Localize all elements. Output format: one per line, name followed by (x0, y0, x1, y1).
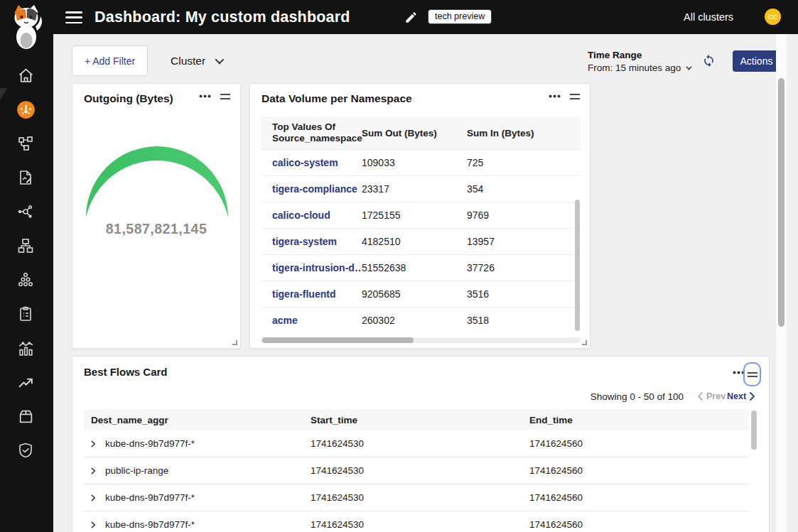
tech-preview-badge: tech preview (428, 9, 492, 24)
cluster-selector[interactable]: All clusters (684, 0, 733, 34)
card-drag-handle-icon[interactable] (570, 94, 580, 99)
gauge-arc (84, 144, 230, 219)
table-header-row: Top Values Of Source_namespace Sum Out (… (261, 116, 581, 149)
sidebar-item-package-box-icon[interactable] (14, 405, 37, 428)
page-scrollbar (776, 34, 787, 532)
actions-button[interactable]: Actions (733, 50, 780, 72)
table-row[interactable]: tigera-system 4182510 13957 (261, 228, 581, 254)
table-row[interactable]: tigera-compliance 23317 354 (261, 175, 581, 202)
table-row[interactable]: public-ip-range 1741624530 1741624560 (84, 457, 749, 484)
row-expand-chevron-icon[interactable] (88, 493, 98, 503)
sidebar-item-topology-icon[interactable] (14, 132, 37, 155)
namespace-link[interactable]: acme (261, 315, 362, 326)
card-menu-icon[interactable] (549, 94, 561, 98)
sum-out-value: 4182510 (362, 236, 467, 247)
table-row[interactable]: calico-system 109033 725 (261, 149, 581, 175)
vertical-scrollbar-thumb[interactable] (751, 411, 757, 450)
namespace-link[interactable]: tigera-system (261, 236, 362, 247)
start-time: 1741624530 (311, 519, 529, 530)
pagination-prev-button[interactable]: Prev (697, 391, 726, 401)
refresh-icon[interactable] (702, 54, 716, 70)
sum-in-value: 37726 (467, 262, 581, 273)
end-time: 1741624560 (529, 438, 749, 449)
time-range-label: Time Range (588, 50, 690, 60)
table-row[interactable]: calico-cloud 1725155 9769 (261, 202, 581, 228)
column-header: End_time (529, 415, 749, 425)
table-row[interactable]: tigera-fluentd 9205685 3516 (261, 281, 581, 307)
namespace-link[interactable]: tigera-fluentd (261, 288, 362, 300)
sidebar-item-cluster-nodes-icon[interactable] (14, 268, 37, 291)
card-drag-handle-icon[interactable] (743, 362, 761, 386)
pagination-next-button[interactable]: Next (727, 391, 755, 401)
sidebar-nav (0, 0, 53, 532)
table-row[interactable]: kube-dns-9b7d977f-* 1741624530 174162456… (84, 511, 749, 532)
chevron-down-icon (215, 55, 225, 65)
page-scrollbar-thumb[interactable] (778, 78, 784, 327)
time-range-value: From: 15 minutes ago (588, 63, 681, 73)
next-chevron-icon (750, 392, 755, 401)
time-range-value-dropdown[interactable]: From: 15 minutes ago (588, 63, 690, 73)
page-title: Dashboard: My custom dashboard (95, 0, 350, 34)
card-title: Best Flows Card (84, 366, 168, 378)
sum-out-value: 23317 (362, 183, 467, 195)
card-resize-handle[interactable] (232, 340, 237, 345)
sidebar-item-sitemap-icon[interactable] (14, 234, 37, 257)
sidebar-item-graph-nodes-icon[interactable] (14, 200, 37, 223)
dest-name: kube-dns-9b7d977f-* (105, 438, 195, 449)
sum-in-value: 3516 (467, 288, 581, 300)
card-resize-handle[interactable] (582, 340, 587, 345)
namespace-link[interactable]: tigera-intrusion-d… (261, 262, 362, 273)
namespace-link[interactable]: calico-system (261, 157, 362, 168)
next-label: Next (727, 391, 746, 401)
end-time: 1741624560 (529, 492, 749, 503)
row-expand-chevron-icon[interactable] (88, 520, 98, 530)
horizontal-scrollbar-thumb[interactable] (262, 337, 414, 343)
add-filter-button[interactable]: + Add Filter (72, 45, 148, 76)
prev-label: Prev (706, 391, 726, 401)
column-header: Top Values Of Source_namespace (261, 121, 362, 144)
namespace-link[interactable]: tigera-compliance (261, 183, 362, 195)
namespace-link[interactable]: calico-cloud (261, 210, 362, 221)
table-row[interactable]: kube-dns-9b7d977f-* 1741624530 174162456… (84, 430, 749, 457)
sidebar-item-report-edit-icon[interactable] (14, 166, 37, 189)
best-flows-table: Dest_name_aggr Start_time End_time kube-… (84, 409, 749, 532)
data-volume-card: Data Volume per Namespace Top Values Of … (249, 83, 591, 349)
sum-out-value: 109033 (362, 157, 467, 168)
row-expand-chevron-icon[interactable] (88, 466, 98, 476)
table-row[interactable]: acme 260302 3518 (261, 307, 581, 333)
sidebar-item-dashboard-gauge-icon[interactable] (14, 98, 37, 121)
edit-pencil-icon[interactable] (404, 11, 418, 27)
time-range: Time Range From: 15 minutes ago (588, 50, 690, 73)
outgoing-bytes-card: Outgoing (Bytes) 81,587,821,145 (72, 83, 241, 349)
hamburger-menu-icon[interactable] (65, 11, 82, 23)
dest-name: kube-dns-9b7d977f-* (105, 492, 195, 503)
column-header: Sum In (Bytes) (467, 128, 581, 139)
start-time: 1741624530 (311, 438, 529, 449)
sum-out-value: 9205685 (362, 288, 467, 300)
chevron-down-icon (686, 64, 691, 70)
card-menu-icon[interactable] (199, 94, 211, 98)
sidebar-item-clipboard-icon[interactable] (14, 303, 37, 325)
table-header-row: Dest_name_aggr Start_time End_time (84, 409, 749, 430)
card-drag-handle-icon[interactable] (220, 94, 230, 99)
sidebar-fold-decoration (0, 88, 7, 101)
sidebar-item-trend-arrow-icon[interactable] (14, 371, 37, 393)
sidebar-item-bar-chart-icon[interactable] (14, 337, 37, 359)
table-row[interactable]: tigera-intrusion-d… 51552638 37726 (261, 254, 581, 281)
cluster-filter-label: Cluster (171, 55, 205, 67)
table-row[interactable]: kube-dns-9b7d977f-* 1741624530 174162456… (84, 484, 749, 511)
card-title: Outgoing (Bytes) (84, 92, 173, 105)
sidebar-item-home-icon[interactable] (14, 64, 37, 87)
row-expand-chevron-icon[interactable] (88, 439, 98, 449)
calico-cat-logo (9, 4, 44, 53)
avatar[interactable]: CC (765, 9, 781, 25)
sidebar-item-shield-check-icon[interactable] (14, 439, 37, 462)
dest-name: kube-dns-9b7d977f-* (105, 519, 195, 530)
sum-in-value: 354 (467, 183, 581, 195)
prev-chevron-icon (697, 392, 703, 401)
column-header: Sum Out (Bytes) (362, 128, 467, 139)
sum-in-value: 9769 (467, 210, 581, 221)
vertical-scrollbar-thumb[interactable] (575, 200, 580, 331)
cluster-filter-dropdown[interactable]: Cluster (171, 45, 222, 76)
dest-name: public-ip-range (105, 465, 168, 476)
